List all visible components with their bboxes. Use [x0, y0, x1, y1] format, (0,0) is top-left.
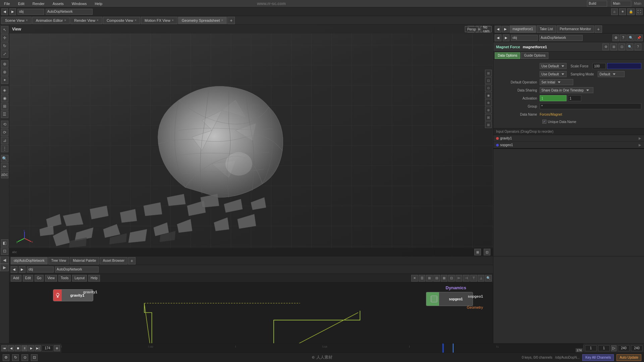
tl-range-end-2[interactable]: 240: [631, 345, 643, 351]
ne-icon1[interactable]: ✕: [411, 275, 418, 282]
tool15-btn[interactable]: ⋮: [1, 145, 8, 152]
op-expand2[interactable]: ▶: [639, 143, 641, 147]
obj-selector-top[interactable]: obj: [17, 9, 44, 15]
props-icon2[interactable]: ⊞: [610, 44, 617, 50]
sampling-mode-dropdown[interactable]: Default: [598, 71, 625, 77]
tl-start-frame[interactable]: 1: [585, 345, 597, 351]
transform-tool-btn[interactable]: ✛: [1, 34, 8, 42]
scale-force-input[interactable]: 100: [592, 63, 606, 69]
build-selector[interactable]: Build: [587, 1, 607, 7]
fullscreen-btn[interactable]: ⛶: [636, 8, 643, 15]
input-op-gravity1[interactable]: gravity1 ▶: [493, 135, 644, 142]
props-icon4[interactable]: 🔍: [627, 44, 633, 50]
rp-fwd-btn[interactable]: ▶: [502, 26, 509, 33]
key-all-channels-btn[interactable]: Key AlI Channels: [582, 354, 614, 361]
tl-stop[interactable]: ⏹: [15, 345, 21, 351]
rp-back2-btn[interactable]: ◀: [495, 35, 501, 41]
tool11-btn[interactable]: ☰: [1, 111, 8, 118]
rp-gear-btn[interactable]: ⚙: [612, 35, 619, 41]
ne-tab-tree[interactable]: Tree View: [48, 257, 69, 264]
rp-tab-perf-monitor[interactable]: Performance Monitor: [557, 25, 594, 33]
props-icon3[interactable]: ⊡: [619, 44, 625, 50]
ne-network-selector[interactable]: AutoDopNetwork: [55, 266, 99, 273]
ne-view-btn[interactable]: View: [45, 275, 57, 282]
activation-value[interactable]: 1: [568, 95, 581, 101]
status-icon2[interactable]: ↻: [12, 354, 19, 361]
tool8-btn[interactable]: ◈: [1, 86, 8, 94]
tool7-btn[interactable]: ✦: [1, 76, 8, 84]
tool13-btn[interactable]: ⟳: [1, 129, 8, 136]
vp-right-tool7[interactable]: ⊠: [485, 114, 492, 121]
ne-left-btn2[interactable]: ▶: [0, 264, 9, 271]
vp-right-tool3[interactable]: ⊙: [485, 84, 492, 91]
props-icon1[interactable]: ⚙: [602, 44, 609, 50]
data-sharing-dropdown[interactable]: Share Data in One Timestep: [540, 87, 593, 93]
rp-search-btn[interactable]: 🔍: [627, 35, 635, 41]
network-selector-top[interactable]: AutoDopNetwork: [46, 9, 93, 15]
rp-obj-selector[interactable]: obj: [511, 35, 538, 41]
fwd-btn[interactable]: ▶: [9, 8, 16, 15]
viewport-canvas[interactable]: ⊞ ⊡ ⊙ ◉ ⊕ ⊗ ⊠ ⊞ Persp No cam: [9, 25, 493, 256]
use-default-1-dropdown[interactable]: Use Default: [540, 63, 567, 69]
ne-obj-selector[interactable]: obj: [27, 266, 54, 273]
rp-back-btn[interactable]: ◀: [495, 26, 501, 33]
tab-geometry-spreadsheet[interactable]: Geometry Spreadsheet ×: [178, 17, 227, 24]
vp-right-tool6[interactable]: ⊗: [485, 107, 492, 113]
rp-network-selector[interactable]: AutoDopNetwork: [539, 35, 583, 41]
scale-force-slider[interactable]: [607, 63, 641, 69]
ne-icon9[interactable]: ⊤: [470, 275, 477, 282]
tl-range-end-1[interactable]: 240: [618, 345, 630, 351]
rp-help-btn[interactable]: ?: [620, 35, 627, 41]
rp-tab-take-list[interactable]: Take List: [537, 25, 556, 33]
ne-icon8[interactable]: ⊣: [463, 275, 470, 282]
ne-add-btn[interactable]: Add: [11, 275, 21, 282]
vp-right-tool5[interactable]: ⊕: [485, 99, 492, 106]
tab-composite-view[interactable]: Composite View ×: [103, 17, 140, 24]
tab-animation-editor[interactable]: Animation Editor ×: [32, 17, 70, 24]
ne-go-btn[interactable]: Go: [35, 275, 44, 282]
select-tool-btn[interactable]: ↖: [1, 26, 8, 34]
tl-end-indicator[interactable]: 1: [598, 345, 610, 351]
tool6-btn[interactable]: ⊗: [1, 68, 8, 76]
props-tab-data-options[interactable]: Data Options: [495, 52, 520, 59]
tool12-btn[interactable]: ⟲: [1, 121, 8, 128]
input-op-sopgeo1[interactable]: sopgeo1 ▶: [493, 142, 644, 148]
ne-tab-asset[interactable]: Asset Browser: [100, 257, 127, 264]
rotate-tool-btn[interactable]: ↻: [1, 42, 8, 50]
tool16-btn[interactable]: 🔍: [1, 155, 8, 162]
status-icon3[interactable]: ⊙: [21, 354, 28, 361]
tl-prev-frame[interactable]: ◀: [8, 345, 14, 351]
ne-edit-btn[interactable]: Edit: [23, 275, 33, 282]
tool18-btn[interactable]: abc: [1, 171, 8, 178]
lock-btn[interactable]: 🔒: [627, 8, 635, 15]
display-options-btn[interactable]: ◧: [1, 239, 8, 247]
tab-motion-fx-view[interactable]: Motion FX View ×: [141, 17, 177, 24]
ne-icon10[interactable]: ⊥: [478, 275, 484, 282]
tl-pause[interactable]: ⏸: [21, 345, 28, 351]
status-icon4[interactable]: ⊡: [31, 354, 38, 361]
back-btn[interactable]: ◀: [1, 8, 8, 15]
tl-current-frame[interactable]: 174: [42, 345, 53, 351]
viewport-snap-btn[interactable]: ⊞: [474, 249, 481, 255]
tl-frame-opts[interactable]: ⊕: [54, 345, 60, 351]
ne-layout-btn[interactable]: Layout: [72, 275, 87, 282]
tool17-btn[interactable]: ✏: [1, 163, 8, 170]
vp-right-tool1[interactable]: ⊞: [485, 70, 492, 76]
ne-back-btn[interactable]: ◀: [11, 266, 17, 273]
ne-icon6[interactable]: ⊡: [448, 275, 455, 282]
ne-fwd-btn[interactable]: ▶: [19, 266, 25, 273]
rp-add-tab-btn[interactable]: +: [595, 25, 602, 33]
tl-play[interactable]: ▶: [28, 345, 34, 351]
unique-data-name-checkbox[interactable]: ✓: [542, 120, 546, 124]
ne-icon5[interactable]: ⊠: [441, 275, 447, 282]
activation-bar[interactable]: 1: [540, 95, 567, 101]
group-input[interactable]: *: [540, 103, 641, 109]
view-home-btn[interactable]: ⌂: [611, 8, 618, 15]
ne-tools-btn[interactable]: Tools: [58, 275, 71, 282]
op-expand1[interactable]: ▶: [639, 136, 641, 140]
ne-help-btn[interactable]: Help: [88, 275, 100, 282]
workspace-selector[interactable]: Main: [611, 1, 631, 7]
tl-jump-start[interactable]: ⏮: [1, 345, 7, 351]
frame-btn[interactable]: ⊕: [619, 8, 626, 15]
tool5-btn[interactable]: ⊕: [1, 60, 8, 68]
